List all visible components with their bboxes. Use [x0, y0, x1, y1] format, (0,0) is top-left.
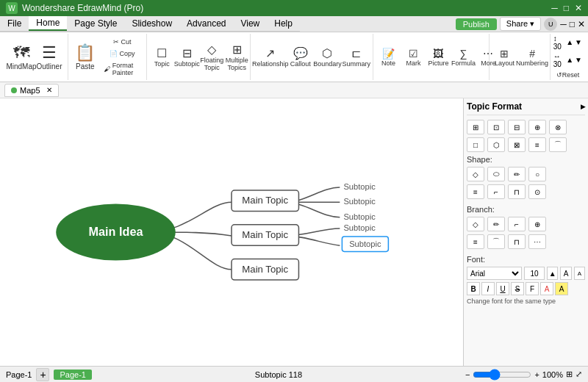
window-min[interactable]: ─	[560, 19, 567, 29]
numbering-button[interactable]: # Numbering	[517, 46, 546, 68]
window-max[interactable]: □	[570, 19, 575, 29]
spacing-down-button[interactable]: ▼	[575, 38, 582, 46]
panel-icon-layout4[interactable]: ⊕	[528, 120, 546, 134]
formula-button[interactable]: ∑ Formula	[451, 46, 475, 68]
subtopic-t3[interactable]: Subtopic	[343, 212, 376, 221]
panel-icon-r3[interactable]: ⊠	[508, 137, 526, 152]
bold-button[interactable]: B	[467, 282, 480, 295]
mark-button[interactable]: ☑ Mark	[401, 46, 425, 68]
hspacing-up-button[interactable]: ▲	[566, 56, 573, 64]
outliner-button[interactable]: ☰ Outliner	[35, 37, 63, 78]
picture-button[interactable]: 🖼 Picture	[426, 46, 450, 68]
reset-button[interactable]: ↺ Reset	[553, 70, 583, 80]
font-format-button[interactable]: F	[526, 282, 539, 295]
window-close[interactable]: ✕	[578, 19, 585, 29]
branch-opt4[interactable]: ⊕	[528, 217, 546, 231]
font-size-input[interactable]	[524, 267, 545, 280]
panel-icon-layout1[interactable]: ⊞	[467, 120, 484, 134]
minimize-button[interactable]: ─	[551, 3, 558, 13]
menu-file[interactable]: File	[0, 16, 29, 31]
menu-home[interactable]: Home	[29, 16, 67, 31]
window-controls[interactable]: ─ □ ✕	[551, 3, 582, 13]
underline-button[interactable]: U	[496, 282, 509, 295]
panel-collapse-icon[interactable]: ▸	[581, 101, 585, 112]
shape-corner[interactable]: ⌐	[487, 184, 505, 199]
menu-advanced[interactable]: Advanced	[179, 16, 233, 31]
note-button[interactable]: 📝 Note	[376, 46, 400, 68]
paste-button[interactable]: 📋 Paste	[71, 37, 99, 78]
spacing-up-button[interactable]: ▲	[566, 38, 573, 46]
user-avatar[interactable]: U	[544, 18, 557, 31]
panel-icon-r1[interactable]: □	[467, 137, 484, 152]
topic-button[interactable]: ☐ Topic	[150, 45, 173, 69]
panel-icon-layout5[interactable]: ⊗	[549, 120, 567, 134]
floating-topic-button[interactable]: ◇ FloatingTopic	[200, 41, 223, 73]
branch-opt3[interactable]: ⌐	[508, 217, 526, 231]
summary-button[interactable]: ⊏ Summary	[343, 45, 370, 69]
multiple-topics-button[interactable]: ⊞ MultipleTopics	[225, 41, 248, 73]
zoom-in-icon[interactable]: +	[534, 370, 539, 379]
subtopic-t1[interactable]: Subtopic	[343, 182, 376, 191]
map5-tab[interactable]: Map5 ✕	[4, 84, 59, 97]
menu-slideshow[interactable]: Slideshow	[124, 16, 179, 31]
zoom-slider[interactable]	[473, 369, 531, 381]
font-family-select[interactable]: Arial Times New Roman	[467, 267, 522, 280]
panel-icon-r4[interactable]: ≡	[528, 137, 546, 152]
menu-page-style[interactable]: Page Style	[67, 16, 124, 31]
copy-button[interactable]: 📄 Copy	[101, 48, 143, 59]
canvas[interactable]: Main Idea Main Topic Main Topic Main Top…	[0, 98, 463, 366]
mindmap-button[interactable]: 🗺 MindMap	[7, 37, 35, 78]
branch-opt5[interactable]: ≡	[467, 234, 484, 249]
panel-icon-layout3[interactable]: ⊟	[508, 120, 526, 134]
maximize-button[interactable]: □	[564, 3, 569, 13]
shape-circle[interactable]: ○	[528, 167, 546, 181]
hspacing-down-button[interactable]: ▼	[575, 56, 582, 64]
close-button[interactable]: ✕	[575, 3, 582, 13]
branch-opt8[interactable]: ⋯	[528, 234, 546, 249]
tab-close-icon[interactable]: ✕	[46, 86, 52, 94]
font-bg-color[interactable]: A	[555, 282, 568, 295]
shape-dotted[interactable]: ⊙	[528, 184, 546, 199]
add-page-button[interactable]: +	[36, 368, 49, 381]
branch-opt1[interactable]: ◇	[467, 217, 484, 231]
shape-rounded[interactable]: ⬭	[487, 167, 505, 181]
shape-lines[interactable]: ≡	[467, 184, 484, 199]
cut-button[interactable]: ✂ Cut	[101, 37, 143, 47]
group-spacing: ↕ 30 ▲ ▼ ↔ 30 ▲ ▼ ↺ Reset	[551, 34, 585, 80]
callout-button[interactable]: 💬 Callout	[289, 45, 312, 69]
paste-icon: 📋	[75, 43, 95, 62]
fullscreen-icon[interactable]: ⤢	[576, 370, 582, 379]
font-size-up[interactable]: ▲	[547, 267, 558, 280]
page-tab[interactable]: Page-1	[54, 370, 91, 380]
boundary-button[interactable]: ⬡ Boundary	[314, 45, 341, 69]
font-size-smaller[interactable]: A	[574, 267, 585, 280]
branch-opt6[interactable]: ⌒	[487, 234, 505, 249]
format-painter-button[interactable]: 🖌 Format Painter	[101, 60, 143, 78]
share-button[interactable]: Share ▾	[500, 17, 541, 31]
strikethrough-button[interactable]: S	[511, 282, 524, 295]
panel-icon-r5[interactable]: ⌒	[549, 137, 567, 152]
zoom-out-icon[interactable]: −	[465, 370, 470, 379]
menu-help[interactable]: Help	[267, 16, 300, 31]
layout-button[interactable]: ⊞ Layout	[492, 46, 516, 68]
relationship-button[interactable]: ↗ Relationship	[254, 45, 287, 69]
font-color-a[interactable]: A	[540, 282, 553, 295]
publish-button[interactable]: Publish	[456, 18, 497, 30]
menu-view[interactable]: View	[233, 16, 267, 31]
shape-edit[interactable]: ✏	[508, 167, 526, 181]
branch-opt7[interactable]: ⊓	[508, 234, 526, 249]
italic-button[interactable]: I	[481, 282, 495, 295]
panel-icon-layout2[interactable]: ⊡	[487, 120, 505, 134]
subtopic-t2[interactable]: Subtopic	[343, 197, 376, 206]
group-insert-topics: ☐ Topic ⊟ Subtopic ◇ FloatingTopic ⊞ Mul…	[147, 34, 251, 80]
subtopic-m1[interactable]: Subtopic	[343, 223, 376, 232]
panel-icon-r2[interactable]: ⬡	[487, 137, 505, 152]
fit-page-icon[interactable]: ⊞	[566, 370, 573, 379]
shape-bracket[interactable]: ⊓	[508, 184, 526, 199]
subtopic-m2[interactable]: Subtopic	[349, 239, 381, 248]
shape-diamond[interactable]: ◇	[467, 167, 484, 181]
font-size-down[interactable]: A	[560, 267, 571, 280]
subtopic-icon: ⊟	[182, 46, 192, 60]
subtopic-button[interactable]: ⊟ Subtopic	[175, 45, 198, 69]
branch-opt2[interactable]: ✏	[487, 217, 505, 231]
